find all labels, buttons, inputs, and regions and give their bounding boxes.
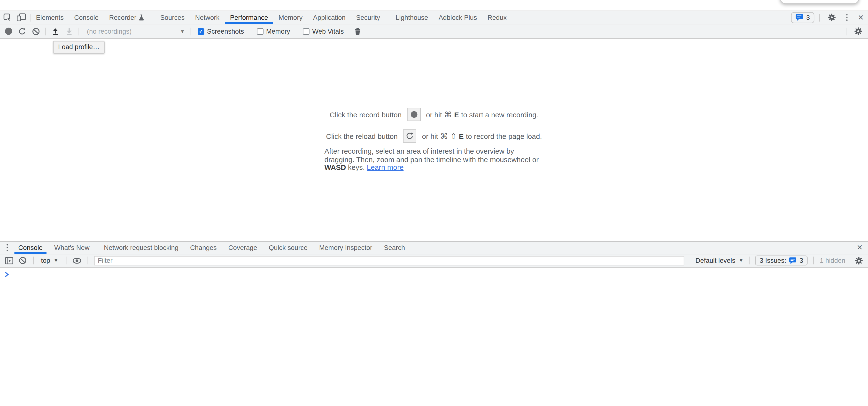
cmd-key-glyph: ⌘ (440, 132, 448, 141)
console-sidebar-toggle-button[interactable] (3, 255, 15, 267)
gear-icon (827, 13, 836, 22)
tab-redux[interactable]: Redux (488, 11, 507, 24)
tab-adblock-plus[interactable]: Adblock Plus (439, 11, 477, 24)
divider (30, 13, 30, 21)
create-live-expression-button[interactable] (70, 255, 83, 267)
tab-console[interactable]: Console (74, 11, 99, 24)
reload-and-record-button[interactable] (16, 25, 29, 37)
drawer-tab-whats-new[interactable]: What's New (54, 241, 89, 253)
drawer-tab-memory-inspector[interactable]: Memory Inspector (319, 241, 372, 253)
record-icon (410, 111, 417, 118)
console-body[interactable] (0, 268, 868, 406)
tab-elements[interactable]: Elements (36, 11, 64, 24)
console-filter-input[interactable] (94, 256, 684, 265)
tab-security[interactable]: Security (356, 11, 380, 24)
drawer-tabs: Console What's New Network request block… (18, 241, 405, 253)
console-prompt-icon (4, 271, 9, 277)
tab-memory[interactable]: Memory (279, 11, 303, 24)
console-toolbar: top ▼ Default levels ▼ 3 Issues: 3 (0, 254, 868, 268)
device-toolbar-button[interactable] (14, 11, 28, 24)
load-profile-tooltip: Load profile… (53, 41, 104, 54)
settings-button[interactable] (825, 11, 838, 24)
memory-checkbox[interactable]: Memory (257, 27, 290, 35)
performance-toolbar: (no recordings) ▼ ✓ Screenshots Memory W… (0, 25, 868, 39)
reload-icon (18, 27, 26, 35)
drawer-tab-coverage[interactable]: Coverage (228, 241, 257, 253)
checkbox-icon (257, 28, 263, 34)
javascript-context-select[interactable]: top ▼ (37, 257, 62, 265)
record-button-illustration[interactable] (407, 108, 421, 121)
divider (79, 27, 79, 35)
inspect-element-button[interactable] (1, 11, 14, 24)
web-vitals-checkbox[interactable]: Web Vitals (303, 27, 344, 35)
chevron-down-icon: ▼ (54, 258, 58, 264)
more-options-button[interactable] (843, 11, 851, 24)
screenshots-checkbox[interactable]: ✓ Screenshots (197, 27, 244, 35)
download-icon (65, 27, 73, 35)
close-icon: × (858, 13, 864, 22)
cmd-key-glyph: ⌘ (444, 110, 452, 119)
delete-recording-button[interactable] (351, 25, 364, 37)
tab-sources[interactable]: Sources (160, 11, 185, 24)
drawer-menu-button[interactable] (3, 241, 11, 253)
hidden-messages-label: 1 hidden (820, 257, 845, 265)
browser-strip (0, 0, 868, 10)
gear-icon (854, 27, 862, 35)
eye-icon (72, 258, 82, 264)
issues-bubble-icon (796, 14, 803, 21)
drawer-tab-changes[interactable]: Changes (190, 241, 217, 253)
recordings-select[interactable]: (no recordings) ▼ (82, 26, 188, 37)
shift-key-glyph: ⇧ (450, 132, 457, 141)
issues-bubble-icon (789, 257, 797, 264)
flask-icon (138, 14, 145, 21)
drawer-tab-search[interactable]: Search (384, 241, 405, 253)
close-drawer-button[interactable]: × (855, 241, 865, 253)
tab-recorder[interactable]: Recorder (109, 11, 145, 24)
gear-icon (855, 257, 863, 265)
devtools-window: Elements Console Recorder Sources Networ… (0, 0, 868, 406)
load-profile-button[interactable] (49, 25, 62, 37)
clear-console-button[interactable] (16, 255, 29, 267)
after-recording-paragraph: After recording, select an area of inter… (324, 148, 544, 172)
tab-network[interactable]: Network (195, 11, 220, 24)
checkbox-icon (303, 28, 309, 34)
console-settings-button[interactable] (852, 255, 865, 267)
record-instruction-line: Click the record button or hit ⌘ E to st… (330, 108, 538, 121)
upload-icon (52, 27, 59, 35)
tab-performance[interactable]: Performance (230, 11, 268, 24)
drawer-tab-console[interactable]: Console (18, 241, 42, 253)
record-button[interactable] (2, 25, 15, 37)
divider (749, 257, 750, 265)
chevron-down-icon: ▼ (739, 258, 744, 264)
drawer-tab-quick-source[interactable]: Quick source (269, 241, 308, 253)
kebab-menu-icon (6, 244, 8, 251)
close-devtools-button[interactable]: × (856, 11, 866, 24)
divider (819, 13, 820, 21)
ban-icon (19, 257, 27, 265)
log-levels-select[interactable]: Default levels ▼ (691, 257, 748, 265)
divider (66, 257, 66, 265)
capture-settings-button[interactable] (851, 25, 865, 37)
issues-counter-button[interactable]: 3 (791, 12, 814, 23)
divider (813, 257, 814, 265)
save-profile-button[interactable] (62, 25, 76, 37)
reload-instruction-line: Click the reload button or hit ⌘ ⇧ E to … (326, 130, 542, 143)
issues-button[interactable]: 3 Issues: 3 (755, 256, 807, 266)
ban-icon (32, 27, 40, 35)
perf-toolbar-right (846, 25, 865, 37)
divider (87, 257, 87, 265)
learn-more-link[interactable]: Learn more (367, 163, 403, 172)
chevron-down-icon: ▼ (180, 29, 185, 34)
main-tabbar: Elements Console Recorder Sources Networ… (0, 10, 868, 24)
reload-button-illustration[interactable] (403, 130, 416, 143)
tab-lighthouse[interactable]: Lighthouse (396, 11, 428, 24)
drawer-tabbar: Console What's New Network request block… (0, 241, 868, 254)
device-toolbar-icon (16, 13, 26, 22)
drawer-tab-network-request-blocking[interactable]: Network request blocking (104, 241, 179, 253)
browser-popup-corner (780, 0, 859, 4)
tab-application[interactable]: Application (313, 11, 346, 24)
clear-recordings-button[interactable] (29, 25, 42, 37)
divider (45, 27, 46, 35)
divider (846, 27, 846, 35)
record-icon (5, 28, 12, 35)
